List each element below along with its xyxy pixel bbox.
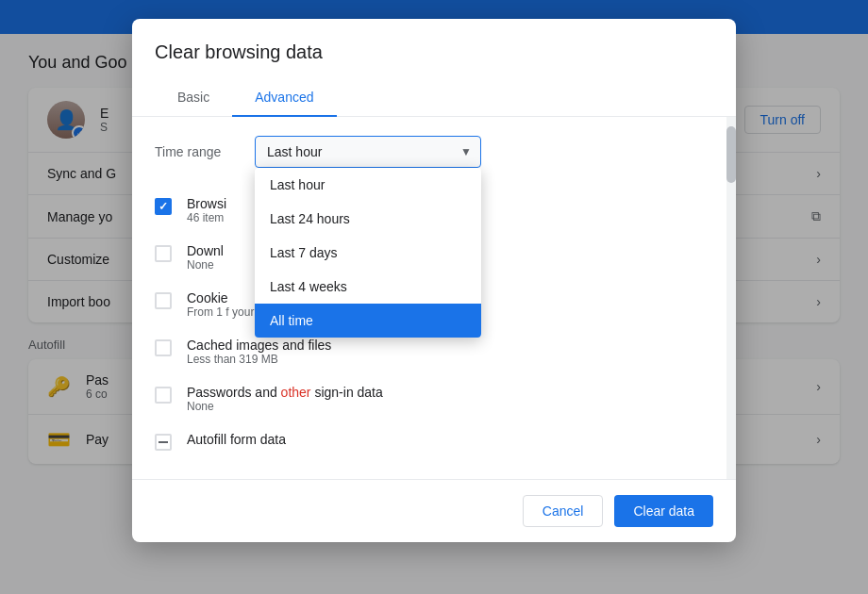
browsing-history-label: Browsi bbox=[187, 196, 226, 211]
clear-browsing-dialog: Clear browsing data Basic Advanced Time … bbox=[132, 19, 736, 542]
option-last-4[interactable]: Last 4 weeks bbox=[255, 270, 481, 304]
clear-data-button[interactable]: Clear data bbox=[614, 495, 713, 527]
autofill-form-item: Autofill form data bbox=[155, 422, 713, 460]
time-range-label: Time range bbox=[155, 144, 240, 159]
dialog-scrollbar-thumb[interactable] bbox=[726, 126, 736, 183]
option-last-24[interactable]: Last 24 hours bbox=[255, 202, 481, 236]
download-history-label: Downl bbox=[187, 243, 224, 258]
time-range-select-wrapper: Last hour ▼ Last hour Last 24 hours Last… bbox=[255, 136, 481, 168]
dropdown-arrow-icon: ▼ bbox=[460, 145, 472, 158]
autofill-form-text: Autofill form data bbox=[187, 432, 286, 447]
dialog-tabs: Basic Advanced bbox=[132, 78, 736, 117]
dialog-scrollbar[interactable] bbox=[726, 117, 736, 479]
autofill-form-label: Autofill form data bbox=[187, 432, 286, 447]
cookies-checkbox[interactable] bbox=[155, 292, 172, 309]
browsing-history-sub: 46 item bbox=[187, 211, 226, 224]
cached-images-label: Cached images and files bbox=[187, 338, 331, 353]
option-last-hour[interactable]: Last hour bbox=[255, 168, 481, 202]
passwords-signin-checkbox[interactable] bbox=[155, 387, 172, 404]
browsing-history-text: Browsi 46 item bbox=[187, 196, 226, 224]
download-history-text: Downl None bbox=[187, 243, 224, 272]
download-history-sub: None bbox=[187, 258, 224, 272]
tab-basic[interactable]: Basic bbox=[155, 78, 232, 116]
tab-advanced[interactable]: Advanced bbox=[232, 78, 336, 116]
passwords-signin-text: Passwords and other sign-in data None bbox=[187, 385, 383, 413]
dialog-title: Clear browsing data bbox=[132, 19, 736, 63]
time-range-row: Time range Last hour ▼ Last hour Last 24… bbox=[155, 136, 713, 168]
option-all-time[interactable]: All time bbox=[255, 304, 481, 338]
passwords-signin-item: Passwords and other sign-in data None bbox=[155, 375, 713, 422]
time-range-dropdown: Last hour Last 24 hours Last 7 days Last… bbox=[255, 168, 481, 338]
autofill-form-checkbox[interactable] bbox=[155, 434, 172, 451]
time-range-selected-value: Last hour bbox=[267, 144, 322, 159]
dialog-footer: Cancel Clear data bbox=[132, 479, 736, 542]
cached-images-sub: Less than 319 MB bbox=[187, 353, 331, 366]
other-red-text: other bbox=[281, 385, 311, 400]
cached-images-text: Cached images and files Less than 319 MB bbox=[187, 338, 331, 366]
cached-images-checkbox[interactable] bbox=[155, 339, 172, 356]
option-last-7[interactable]: Last 7 days bbox=[255, 236, 481, 270]
modal-overlay: Clear browsing data Basic Advanced Time … bbox=[0, 0, 868, 594]
cancel-button[interactable]: Cancel bbox=[523, 495, 604, 527]
passwords-signin-sub: None bbox=[187, 400, 383, 413]
download-history-checkbox[interactable] bbox=[155, 245, 172, 262]
time-range-select[interactable]: Last hour ▼ bbox=[255, 136, 481, 168]
browsing-history-checkbox[interactable] bbox=[155, 198, 172, 215]
dialog-body: Time range Last hour ▼ Last hour Last 24… bbox=[132, 117, 736, 479]
passwords-signin-label: Passwords and other sign-in data bbox=[187, 385, 383, 400]
